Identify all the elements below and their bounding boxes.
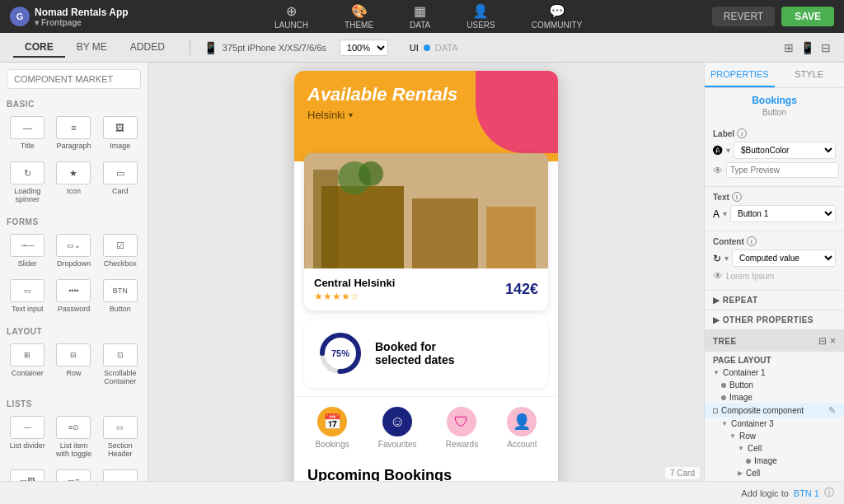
comp-section-header[interactable]: ▭Section Header <box>98 411 143 463</box>
bottom-nav: 📅 Bookings ☺ Favourites 🛡 Rewards 👤 Acco… <box>294 396 558 455</box>
grid-view-icon[interactable]: ⊞ <box>784 41 794 54</box>
comp-text-input[interactable]: ▭Text input <box>5 274 49 318</box>
nav-community[interactable]: 💬 COMMUNITY <box>525 0 589 33</box>
other-props-label: ▶ OTHER PROPERTIES <box>713 315 814 324</box>
bottom-info-icon: ⓘ <box>824 486 834 500</box>
app-logo[interactable]: G Nomad Rentals App ▾ Frontpage <box>10 7 129 27</box>
text-prop-title: Text i <box>713 192 836 202</box>
comp-password[interactable]: ••••Password <box>51 274 96 318</box>
comp-loading-spinner[interactable]: ↻Loading spinner <box>5 156 49 208</box>
tree-button[interactable]: Button <box>713 379 844 391</box>
account-icon: 👤 <box>507 407 537 436</box>
eye-icon-content[interactable]: 👁 <box>713 270 723 282</box>
tab-added[interactable]: ADDED <box>119 38 176 58</box>
nav-launch[interactable]: ⊕ LAUNCH <box>268 0 315 33</box>
comp-list-image[interactable]: ▭🖼List item with image <box>5 464 49 481</box>
comp-list-divider[interactable]: —List divider <box>5 411 49 463</box>
tab-by-me[interactable]: BY ME <box>65 38 119 58</box>
comp-dropdown[interactable]: ▭⌄Dropdown <box>51 229 96 273</box>
bookings-component-label: Bookings <box>705 88 844 108</box>
chevron-icon-label: ▾ <box>726 146 730 155</box>
comp-list-item[interactable]: —List item <box>98 464 143 481</box>
progress-card: 75% Booked for selected dates <box>304 319 548 388</box>
edit-icon[interactable]: ✎ <box>828 405 836 416</box>
comp-row[interactable]: ⊟Row <box>51 338 96 390</box>
comp-paragraph[interactable]: ≡Paragraph <box>51 111 96 155</box>
nav-theme[interactable]: 🎨 THEME <box>338 0 380 33</box>
list-image-icon: ▭🖼 <box>10 469 45 481</box>
comp-container[interactable]: ⊞Container <box>5 338 49 390</box>
tree-cell2[interactable]: ▶ Cell <box>729 467 844 479</box>
revert-button[interactable]: REVERT <box>712 7 775 26</box>
tab-core[interactable]: CORE <box>13 38 65 58</box>
tab-style[interactable]: STYLE <box>775 63 845 87</box>
phone-view-icon[interactable]: 📱 <box>800 41 814 54</box>
comp-checkbox[interactable]: ☑Checkbox <box>98 229 143 273</box>
section-basic: BASIC <box>0 96 148 111</box>
search-input[interactable] <box>7 69 141 89</box>
rewards-icon: 🛡 <box>447 407 476 436</box>
tree-expand-icon[interactable]: ⊟ <box>818 335 827 347</box>
nav-account[interactable]: 👤 Account <box>507 407 537 449</box>
add-logic-label: Add logic to <box>741 488 788 498</box>
save-button[interactable]: SAVE <box>781 7 834 26</box>
secondary-bar: CORE BY ME ADDED 📱 375pt iPhone X/XS/7/6… <box>0 33 844 63</box>
layout-view-icon[interactable]: ⊟ <box>821 41 831 54</box>
comp-scrollable[interactable]: ⊡Scrollable Container <box>98 338 143 390</box>
banner-location[interactable]: Helsinki ▾ <box>307 109 545 121</box>
nav-bookings[interactable]: 📅 Bookings <box>316 407 349 449</box>
computed-value-select[interactable]: Computed value <box>732 250 836 267</box>
comp-image[interactable]: 🖼Image <box>98 111 143 155</box>
tree-cell1[interactable]: ▼ Cell <box>729 442 844 455</box>
section-header-icon: ▭ <box>103 416 138 439</box>
comp-card[interactable]: ▭Card <box>98 156 143 208</box>
content-section: Content i ↻ ▾ Computed value 👁 Lorem Ips… <box>705 231 844 290</box>
comp-slider[interactable]: ⊸—Slider <box>5 229 49 273</box>
listing-card[interactable]: Central Helsinki ★★★★☆ 142€ <box>304 153 548 310</box>
comp-list-image-desc[interactable]: ▭≡List item with image & desc. <box>51 464 96 481</box>
tree-image[interactable]: Image <box>713 391 844 404</box>
tree-header: TREE ⊟ × <box>705 330 844 352</box>
text-style-select[interactable]: Button 1 <box>730 205 836 222</box>
comp-title[interactable]: —Title <box>5 111 49 155</box>
zoom-select[interactable]: 100% 75% 50% <box>340 40 388 56</box>
list-item-icon: — <box>103 469 138 481</box>
section-forms: FORMS <box>0 213 148 229</box>
preview-input[interactable] <box>726 162 839 178</box>
tree-container3[interactable]: ▼ Container 3 <box>713 418 844 430</box>
phone-frame: Available Rentals Helsinki ▾ <box>294 71 558 481</box>
eye-icon[interactable]: 👁 <box>713 165 723 176</box>
comp-list-toggle[interactable]: ≡⊙List item with toggle <box>51 411 96 463</box>
tree-row[interactable]: ▼ Row <box>721 430 844 442</box>
tab-properties[interactable]: PROPERTIES <box>705 63 775 87</box>
tree-collapse-icon[interactable]: × <box>830 335 836 347</box>
comp-button[interactable]: BTNButton <box>98 274 143 318</box>
nav-favourites[interactable]: ☺ Favourites <box>378 407 417 449</box>
nav-users[interactable]: 👤 USERS <box>460 0 501 33</box>
ui-data-toggle[interactable]: UI DATA <box>410 43 458 53</box>
nav-data[interactable]: ▦ DATA <box>403 0 437 33</box>
left-tabs: CORE BY ME ADDED <box>13 38 176 58</box>
app-info: Nomad Rentals App ▾ Frontpage <box>35 7 129 27</box>
tree-container1[interactable]: ▼ Container 1 <box>705 366 844 379</box>
comp-icon[interactable]: ★Icon <box>51 156 96 208</box>
dot-icon <box>746 459 751 464</box>
donut-chart: 75% <box>317 330 363 376</box>
button-color-select[interactable]: $ButtonColor <box>734 142 836 159</box>
tree-image2[interactable]: Image <box>738 455 844 467</box>
nav-rewards[interactable]: 🛡 Rewards <box>446 407 478 449</box>
favourites-icon: ☺ <box>382 407 412 436</box>
content-prop-title: Content i <box>713 236 836 246</box>
tree-composite[interactable]: Composite component ✎ <box>705 404 844 418</box>
listing-image <box>304 153 548 268</box>
text-section: Text i A ▾ Button 1 <box>705 186 844 231</box>
bookings-icon: 📅 <box>317 407 347 436</box>
content-info-icon: i <box>747 236 757 246</box>
btn-ref-link[interactable]: BTN 1 <box>794 488 819 498</box>
other-properties-section[interactable]: ▶ OTHER PROPERTIES <box>705 310 844 329</box>
forms-components: ⊸—Slider ▭⌄Dropdown ☑Checkbox ▭Text inpu… <box>0 229 148 323</box>
search-box <box>0 63 148 96</box>
dropdown-icon: ▭⌄ <box>56 234 91 257</box>
repeat-section[interactable]: ▶ REPEAT <box>705 290 844 310</box>
paragraph-icon: ≡ <box>56 116 91 139</box>
